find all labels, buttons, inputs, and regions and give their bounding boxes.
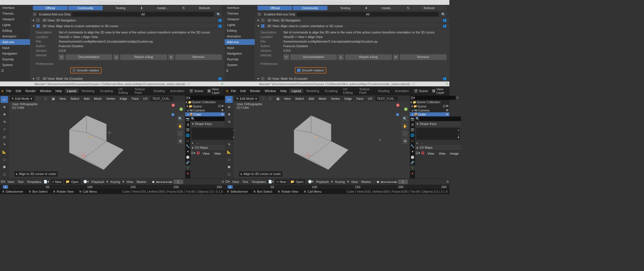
editor-icon[interactable]: ☰▾ xyxy=(191,151,195,156)
menu-render[interactable]: Render xyxy=(24,89,37,93)
vpmenu-add[interactable]: Add xyxy=(82,96,91,101)
vpmenu-select[interactable]: Select xyxy=(69,96,81,101)
prop-world-icon[interactable]: 🌐 xyxy=(185,133,190,138)
tool-cursor[interactable]: ⊕ xyxy=(1,103,8,110)
tool-select[interactable]: ▭ xyxy=(1,96,8,103)
search-icon[interactable]: 🔍 xyxy=(216,12,222,17)
menu-edit[interactable]: Edit xyxy=(14,89,23,93)
sidetab-system[interactable]: System xyxy=(0,62,30,68)
select-mode-vert[interactable]: ⋮ xyxy=(35,96,42,101)
tool-scale[interactable]: ⤢ xyxy=(1,126,8,133)
sidetab-lights[interactable]: Lights xyxy=(0,22,30,28)
refresh-button[interactable]: Refresh xyxy=(187,6,222,10)
close-icon[interactable]: ✕ xyxy=(221,1,224,4)
tool-inset[interactable]: ▢ xyxy=(1,171,8,178)
outliner-cube[interactable]: ▸ 📦 Cube 👁 xyxy=(185,112,225,116)
bug-icon[interactable]: ⚠ xyxy=(113,54,119,60)
tab-testing[interactable]: Testing xyxy=(103,6,138,10)
editor-icon[interactable]: ☰▾ xyxy=(186,96,190,100)
prop-modifier-icon[interactable]: 🔧 xyxy=(185,144,190,149)
report-bug-button[interactable]: Report a Bug xyxy=(120,54,167,60)
outliner-camera[interactable]: ▸ 📷 Camera 👁 xyxy=(185,108,225,112)
max-icon[interactable]: ◇ xyxy=(215,1,218,4)
enabled-only-checkbox[interactable] xyxy=(33,13,36,16)
prop-constraint-icon[interactable]: 🔗 xyxy=(185,160,190,165)
viewport-3d[interactable]: ✎ Edit Mode ▾ ⋮ / ▦ View Select Add Mesh… xyxy=(9,95,185,178)
vpmenu-mesh[interactable]: Mesh xyxy=(92,96,103,101)
orientation-selector[interactable]: TEST_CUS... xyxy=(151,96,173,101)
vpmenu-uv[interactable]: UV xyxy=(142,96,149,101)
workspace-modeling[interactable]: Modeling xyxy=(80,89,97,93)
tool-move[interactable]: ✥ xyxy=(1,111,8,118)
sidetab-editing[interactable]: Editing xyxy=(0,28,30,33)
sidetab-input[interactable]: Input xyxy=(0,45,30,51)
sidetab-keymap[interactable]: Keymap xyxy=(0,56,30,62)
refresh-icon[interactable]: ↻ xyxy=(180,5,187,11)
close-icon[interactable]: ✕ xyxy=(221,82,224,86)
tool-annotate[interactable]: ✎ xyxy=(1,141,8,148)
addon-align-view[interactable]: ▾3D View: Align view to custom orientati… xyxy=(30,23,225,29)
sidetab-animation[interactable]: Animation xyxy=(0,33,30,39)
persp-icon[interactable]: ⊞ xyxy=(177,138,183,144)
documentation-button[interactable]: Documentation xyxy=(66,54,112,60)
camera-icon[interactable]: 🎥 xyxy=(177,130,183,137)
workspace-sculpting[interactable]: Sculpting xyxy=(98,89,115,93)
prop-particle-icon[interactable]: ✦ xyxy=(185,149,190,154)
smooth-rotation-pref-checked[interactable]: ✓ Smooth rotation xyxy=(295,67,326,73)
category-all[interactable]: All xyxy=(72,12,214,17)
install-button[interactable]: Install... xyxy=(145,6,180,10)
sidetab-themes[interactable]: Themes xyxy=(0,11,30,16)
sidetab-viewport[interactable]: Viewport xyxy=(0,16,30,22)
tool-add-cube[interactable]: □ xyxy=(1,156,8,163)
tab-community[interactable]: Community xyxy=(68,6,103,10)
mode-selector[interactable]: ✎ Edit Mode ▾ xyxy=(10,96,34,101)
autokey-icon[interactable]: ⊙ xyxy=(222,180,224,184)
remove-button[interactable]: Remove xyxy=(175,54,222,60)
select-mode-edge[interactable]: / xyxy=(43,96,49,101)
help-icon[interactable]: ? xyxy=(59,54,64,60)
download-icon[interactable]: ⬇ xyxy=(138,5,145,11)
smooth-rotation-pref[interactable]: Smooth rotation xyxy=(70,67,102,73)
nav-gizmo[interactable]: XY xyxy=(171,102,183,114)
prop-mesh-icon[interactable]: ▽ xyxy=(185,165,190,170)
smooth-rotation-checkbox[interactable] xyxy=(72,69,76,72)
hamburger-icon[interactable]: ☰ xyxy=(1,69,4,73)
addon-3d-navigation[interactable]: ▸3D View: 3D Navigation 👥 xyxy=(30,17,225,23)
prop-output-icon[interactable]: 🖨 xyxy=(185,122,190,127)
addon-enabled-checkbox[interactable] xyxy=(36,24,40,28)
vpmenu-view[interactable]: View xyxy=(58,96,68,101)
menu-help[interactable]: Help xyxy=(54,89,64,93)
workspace-animation[interactable]: Animation xyxy=(168,89,187,93)
minimize-icon[interactable]: — xyxy=(209,1,212,4)
blender-logo-icon[interactable]: ⊚ xyxy=(1,89,4,93)
menu-window[interactable]: Window xyxy=(38,89,53,93)
prop-material-icon[interactable]: ● xyxy=(185,171,190,176)
menu-file[interactable]: File xyxy=(5,89,13,93)
prop-scene-icon[interactable]: 🎬 xyxy=(185,127,190,132)
outliner-collection[interactable]: ▾ 📂 Scene ☑👁 xyxy=(185,104,225,108)
workspace-shading[interactable]: Shading xyxy=(151,89,167,93)
frame-current[interactable]: 1 xyxy=(173,180,183,184)
sidetab-addons[interactable]: Add-ons xyxy=(0,39,30,45)
editor-icon[interactable]: ☰▾ xyxy=(1,180,5,184)
vpmenu-face[interactable]: Face xyxy=(130,96,140,101)
select-mode-face[interactable]: ▦ xyxy=(50,96,56,101)
tool-measure[interactable]: 📐 xyxy=(1,148,8,155)
operator-hint[interactable]: ▸ Align to 3D cursor or custo xyxy=(14,171,58,177)
addon-mathvis[interactable]: ▸3D View: Math Vis (Console) 👥 xyxy=(30,76,225,81)
view-layer-selector[interactable]: 🖼 View Layer xyxy=(206,87,224,95)
sidetab-interface[interactable]: Interface xyxy=(0,5,30,11)
zoom-icon[interactable]: 🔍 xyxy=(177,115,183,122)
imgmenu-view2[interactable]: View xyxy=(212,151,223,156)
remove-icon[interactable]: ✕ xyxy=(168,54,174,60)
prop-physics-icon[interactable]: ⬤ xyxy=(185,154,190,160)
tlmenu-text[interactable]: Text xyxy=(17,180,25,184)
pan-icon[interactable]: ✋ xyxy=(177,123,183,129)
vpmenu-edge[interactable]: Edge xyxy=(118,96,129,101)
tool-transform[interactable]: ◫ xyxy=(1,133,8,140)
prop-render-icon[interactable]: 📷 xyxy=(185,116,190,121)
tool-extrude[interactable]: ▣ xyxy=(1,164,8,170)
workspace-layout[interactable]: Layout xyxy=(65,89,79,93)
text-icon[interactable]: 📄▾ xyxy=(44,180,49,184)
scene-selector[interactable]: 🎬 Scene xyxy=(187,89,205,93)
